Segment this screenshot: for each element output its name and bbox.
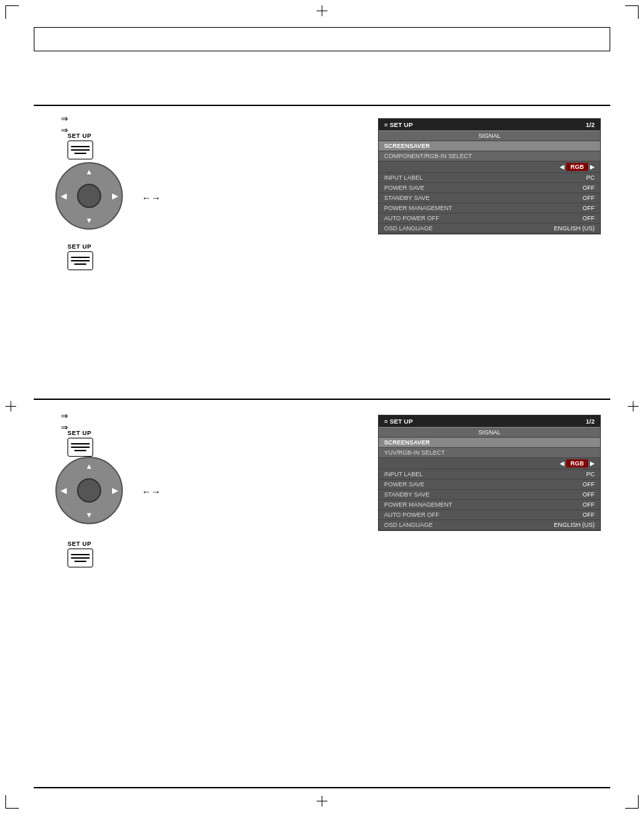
menu-row-auto-power-s1[interactable]: AUTO POWER OFF OFF: [379, 213, 600, 224]
setup-icon-top-s2: [68, 438, 93, 457]
selector-left-s2[interactable]: ◀: [560, 460, 564, 467]
setup-line-s2-b3: [74, 561, 86, 562]
menu-page-s2: 1/2: [586, 417, 595, 425]
setup-icon-bottom-s1: [68, 251, 93, 270]
menu-title-bar-s2: ≡ SET UP 1/2: [379, 415, 600, 428]
menu-row-screensaver-s2[interactable]: SCREENSAVER: [379, 438, 600, 448]
dial-left-s2[interactable]: ◀: [61, 486, 66, 495]
divider-top: [34, 105, 610, 106]
setup-label-top-s1: SET UP: [68, 132, 92, 139]
menu-row-input-label-s1[interactable]: INPUT LABEL PC: [379, 173, 600, 183]
menu-row-standby-save-s1[interactable]: STANDBY SAVE OFF: [379, 193, 600, 203]
setup-line1: [71, 146, 90, 147]
arrow3: ⇒: [61, 411, 68, 421]
setup-line3: [74, 153, 86, 154]
divider-middle: [34, 399, 610, 400]
menu-row-component-s1[interactable]: COMPONENT/RGB-IN SELECT: [379, 151, 600, 161]
menu-row-selector-s2[interactable]: ◀ RGB ▶: [379, 458, 600, 469]
bidir-arrow-s2: ←→: [142, 486, 161, 497]
bidir-arrow-s1: ←→: [142, 193, 161, 203]
menu-row-osd-lang-s2[interactable]: OSD LANGUAGE ENGLISH (US): [379, 520, 600, 530]
setup-line-s2-b1: [71, 554, 90, 555]
setup-line-s2-3: [74, 450, 86, 451]
cross-left: [5, 401, 16, 413]
dial-left-s1[interactable]: ◀: [61, 192, 66, 201]
setup-button-top-s1[interactable]: SET UP: [68, 132, 93, 159]
setup-line-s2-b2: [71, 557, 90, 559]
remote-dial-s2[interactable]: ▲ ▼ ◀ ▶: [55, 457, 123, 524]
setup-line-s2-1: [71, 443, 90, 444]
dial-up-s2[interactable]: ▲: [86, 462, 93, 470]
menu-row-signal-s1: SIGNAL: [379, 131, 600, 141]
menu-row-power-save-s1[interactable]: POWER SAVE OFF: [379, 183, 600, 193]
selector-right-s1[interactable]: ▶: [590, 163, 595, 170]
cross-top: [317, 5, 327, 18]
menu-page-s1: 1/2: [586, 121, 595, 128]
setup-label-top-s2: SET UP: [68, 430, 92, 436]
menu-row-screensaver-s1[interactable]: SCREENSAVER: [379, 141, 600, 151]
dial-center-s2[interactable]: [77, 478, 101, 503]
header-box: [34, 27, 610, 51]
cross-bottom: [317, 796, 327, 809]
menu-row-input-label-s2[interactable]: INPUT LABEL PC: [379, 469, 600, 480]
dial-right-s1[interactable]: ▶: [112, 192, 117, 201]
selector-value-s2: RGB: [566, 459, 588, 467]
selector-value-s1: RGB: [566, 163, 588, 171]
corner-br: [625, 795, 639, 809]
setup-button-top-s2[interactable]: SET UP: [68, 430, 93, 457]
cross-right: [628, 401, 639, 413]
dial-down-s2[interactable]: ▼: [86, 511, 93, 519]
dial-up-s1[interactable]: ▲: [86, 168, 93, 176]
corner-bl: [5, 795, 19, 809]
menu-row-power-save-s2[interactable]: POWER SAVE OFF: [379, 480, 600, 490]
menu-screen-s2: ≡ SET UP 1/2 SIGNAL SCREENSAVER YUV/RGB-…: [378, 415, 601, 531]
dial-right-s2[interactable]: ▶: [112, 486, 117, 495]
divider-bottom: [34, 787, 610, 788]
setup-line-s2-2: [71, 447, 90, 448]
setup-line-b2: [71, 260, 90, 261]
arrow1: ⇒: [61, 113, 68, 124]
setup-icon-top-s1: [68, 141, 93, 159]
menu-title-icon-s1: ≡ SET UP: [384, 121, 413, 128]
menu-row-osd-lang-s1[interactable]: OSD LANGUAGE ENGLISH (US): [379, 224, 600, 234]
setup-line2: [71, 149, 90, 151]
setup-label-bottom-s1: SET UP: [68, 243, 92, 250]
menu-title-bar-s1: ≡ SET UP 1/2: [379, 119, 600, 131]
menu-row-auto-power-s2[interactable]: AUTO POWER OFF OFF: [379, 510, 600, 520]
setup-label-bottom-s2: SET UP: [68, 540, 92, 547]
dial-down-s1[interactable]: ▼: [86, 216, 93, 224]
menu-title-icon-s2: ≡ SET UP: [384, 417, 413, 425]
corner-tl: [5, 5, 19, 19]
setup-line-b1: [71, 257, 90, 258]
remote-dial-s1[interactable]: ▲ ▼ ◀ ▶: [55, 162, 123, 230]
selector-left-s1[interactable]: ◀: [560, 163, 564, 170]
menu-row-power-mgmt-s2[interactable]: POWER MANAGEMENT OFF: [379, 500, 600, 510]
menu-row-yuv-s2[interactable]: YUV/RGB-IN SELECT: [379, 448, 600, 458]
setup-line-b3: [74, 263, 86, 265]
menu-row-selector-s1[interactable]: ◀ RGB ▶: [379, 161, 600, 173]
corner-tr: [625, 5, 639, 19]
setup-button-bottom-s1[interactable]: SET UP: [68, 243, 93, 270]
selector-right-s2[interactable]: ▶: [590, 460, 595, 467]
setup-button-bottom-s2[interactable]: SET UP: [68, 540, 93, 567]
menu-row-signal-s2: SIGNAL: [379, 428, 600, 438]
menu-screen-s1: ≡ SET UP 1/2 SIGNAL SCREENSAVER COMPONEN…: [378, 118, 601, 234]
menu-row-power-mgmt-s1[interactable]: POWER MANAGEMENT OFF: [379, 203, 600, 213]
setup-icon-bottom-s2: [68, 549, 93, 567]
dial-center-s1[interactable]: [77, 184, 101, 208]
menu-row-standby-save-s2[interactable]: STANDBY SAVE OFF: [379, 490, 600, 500]
